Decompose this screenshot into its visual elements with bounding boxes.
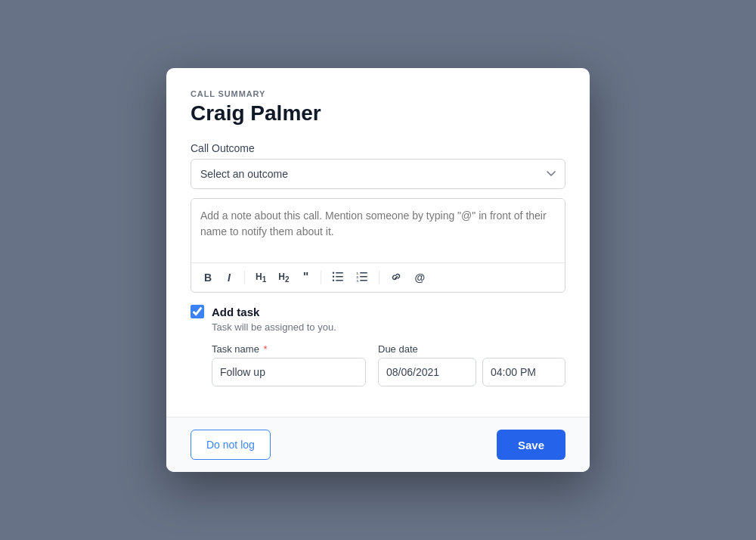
svg-point-5 <box>333 279 334 281</box>
bullet-list-button[interactable] <box>329 270 347 286</box>
link-button[interactable] <box>387 270 405 286</box>
save-button[interactable]: Save <box>497 430 565 460</box>
add-task-section: Add task Task will be assigned to you. T… <box>191 305 565 386</box>
add-task-checkbox[interactable] <box>191 305 204 318</box>
toolbar-divider-1 <box>244 271 245 284</box>
modal-footer: Do not log Save <box>166 417 590 472</box>
task-assign-note: Task will be assigned to you. <box>212 321 565 333</box>
note-textarea[interactable] <box>191 199 565 259</box>
note-editor: B I H1 H2 " <box>191 198 565 293</box>
due-date-input[interactable] <box>378 358 476 386</box>
toolbar-divider-3 <box>379 271 380 284</box>
contact-name: Craig Palmer <box>191 101 565 126</box>
h2-button[interactable]: H2 <box>275 270 292 285</box>
due-date-label: Due date <box>378 343 565 355</box>
svg-rect-0 <box>336 272 343 274</box>
svg-rect-6 <box>360 272 367 274</box>
add-task-label: Add task <box>212 306 259 318</box>
quote-button[interactable]: " <box>298 269 313 286</box>
call-summary-label: CALL SUMMARY <box>191 89 565 98</box>
call-outcome-label: Call Outcome <box>191 142 565 154</box>
italic-button[interactable]: I <box>222 270 237 285</box>
toolbar-divider-2 <box>321 271 321 284</box>
do-not-log-button[interactable]: Do not log <box>191 430 271 460</box>
svg-rect-2 <box>336 280 343 281</box>
svg-point-3 <box>333 272 334 273</box>
svg-rect-8 <box>360 280 367 281</box>
task-name-input[interactable] <box>212 358 366 386</box>
due-date-field: Due date <box>378 343 565 386</box>
required-star: * <box>264 343 268 355</box>
call-outcome-select[interactable]: Select an outcomeConnectedLeft voicemail… <box>191 159 565 189</box>
ordered-list-button[interactable]: 1. 2. 3. <box>353 270 371 286</box>
call-summary-modal: CALL SUMMARY Craig Palmer Call Outcome S… <box>166 68 590 472</box>
svg-point-4 <box>333 275 334 277</box>
task-name-field: Task name * <box>212 343 366 386</box>
task-name-label: Task name * <box>212 343 366 355</box>
bold-button[interactable]: B <box>200 270 215 285</box>
svg-rect-1 <box>336 276 343 278</box>
note-toolbar: B I H1 H2 " <box>191 262 565 292</box>
svg-rect-7 <box>360 276 367 278</box>
due-time-input[interactable] <box>482 358 565 386</box>
h1-button[interactable]: H1 <box>253 270 269 285</box>
mention-button[interactable]: @ <box>411 270 428 285</box>
svg-text:3.: 3. <box>357 278 359 282</box>
